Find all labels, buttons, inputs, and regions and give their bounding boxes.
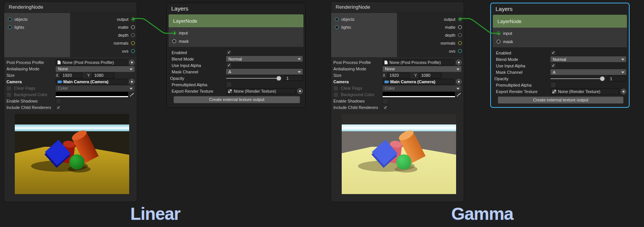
post-process-profile-field[interactable]: None (Post Process Profile) [383,59,454,65]
eyedropper-icon[interactable] [130,92,134,97]
object-picker-icon[interactable] [129,60,134,65]
output-port-matte: matte [397,23,464,31]
export-render-texture-field[interactable]: None (Render Texture) [550,89,619,95]
clear-flags-label: Clear Flags [333,86,383,91]
size-y-field[interactable]: 1080 [92,73,114,78]
antialiasing-mode-dropdown[interactable]: None [56,66,134,72]
antialiasing-mode-dropdown[interactable]: None [383,66,461,72]
uvs-port-icon[interactable] [131,49,135,53]
blend-mode-dropdown[interactable]: Normal [226,56,303,62]
include-child-renderers-checkbox[interactable]: ✓ [383,105,388,110]
use-input-alpha-row: Use Input Alpha ✓ [170,62,303,68]
mask-channel-label: Mask Channel [494,70,550,75]
lights-port-icon[interactable] [335,25,339,29]
opacity-slider-knob[interactable] [277,76,281,81]
object-picker-icon[interactable] [456,79,461,84]
clear-flags-dropdown[interactable]: Color [383,86,461,91]
layer-mask-port-icon[interactable] [497,40,500,44]
enable-shadows-checkbox[interactable] [383,98,388,104]
layer-input-port-row: input [493,29,627,37]
opacity-slider[interactable] [226,78,281,79]
override-checkbox[interactable] [6,92,11,97]
use-input-alpha-checkbox[interactable]: ✓ [226,62,232,68]
uvs-port-icon[interactable] [458,49,462,53]
objects-port-icon[interactable] [335,17,339,21]
lights-port-icon[interactable] [8,25,12,29]
opacity-slider-knob[interactable] [600,76,605,81]
opacity-slider-track[interactable] [226,78,281,79]
premultiplied-alpha-checkbox[interactable] [550,82,556,88]
layer-mask-port-row: mask [493,37,627,46]
blend-mode-dropdown[interactable]: Normal [550,56,626,62]
document-icon [58,61,61,64]
export-render-texture-field[interactable]: None (Render Texture) [226,88,295,94]
override-checkbox[interactable] [333,92,338,97]
use-input-alpha-checkbox[interactable]: ✓ [550,63,556,68]
layer-ports: input mask [493,28,627,47]
background-color-swatch[interactable] [383,92,455,97]
connection-wire [456,13,505,39]
rendering-node-title[interactable]: RenderingNode [4,2,137,13]
premultiplied-alpha-checkbox[interactable] [226,82,232,87]
export-render-texture-value: None (Render Texture) [234,89,276,93]
objects-port-icon[interactable] [8,17,12,21]
size-label: Size [333,73,383,78]
mask-channel-dropdown[interactable]: A [550,69,626,75]
object-picker-icon[interactable] [297,89,303,94]
clear-flags-dropdown[interactable]: Color [56,86,134,91]
include-child-renderers-checkbox[interactable]: ✓ [56,105,61,110]
post-process-profile-row: Post Process Profile None (Post Process … [6,59,134,65]
size-x-field[interactable]: 1920 [60,73,83,78]
object-picker-icon[interactable] [621,89,626,94]
depth-port-label: depth [445,33,455,37]
normals-port-icon[interactable] [131,41,135,45]
layer-node-item[interactable]: LayerNode [493,15,627,28]
normals-port-icon[interactable] [458,41,462,45]
background-color-swatch[interactable] [56,92,128,97]
lights-port-label: lights [14,25,24,30]
output-port-normals: normals [70,39,137,47]
sky-band [342,124,456,131]
opacity-value-field[interactable]: 1 [608,76,626,81]
object-picker-icon[interactable] [129,79,134,84]
camera-field[interactable]: Main Camera (Camera) [383,79,454,85]
mask-channel-label: Mask Channel [170,70,226,74]
output-ports: output matte depth normals uvs [397,13,464,57]
size-y-field[interactable]: 1080 [419,73,441,78]
layer-node-item[interactable]: LayerNode [169,14,303,27]
uvs-port-label: uvs [122,49,128,53]
object-picker-icon[interactable] [456,60,461,65]
rendering-node-title[interactable]: RenderingNode [331,2,464,13]
opacity-slider-track[interactable] [550,78,605,79]
input-port-lights: lights [4,23,70,31]
enable-shadows-checkbox[interactable] [56,98,61,104]
use-input-alpha-label: Use Input Alpha [494,64,550,68]
uvs-port-label: uvs [449,49,455,53]
mask-channel-dropdown[interactable]: A [226,69,303,75]
opacity-slider[interactable] [550,78,605,79]
size-x-field[interactable]: 1920 [387,73,410,78]
camera-field[interactable]: Main Camera (Camera) [56,79,127,85]
size-y-label: Y [414,73,417,78]
override-checkbox[interactable] [333,86,338,91]
enabled-checkbox[interactable]: ✓ [550,50,556,56]
input-ports: objects lights [4,13,70,57]
layer-mask-port-icon[interactable] [172,39,176,43]
camera-value: Main Camera (Camera) [63,79,108,84]
render-preview-image [342,114,456,194]
output-port-label: output [444,17,455,22]
eyedropper-icon[interactable] [456,92,461,97]
create-external-texture-output-button[interactable]: Create external texture output [498,96,624,104]
create-external-texture-output-button[interactable]: Create external texture output [174,96,300,103]
output-port-depth: depth [397,31,464,39]
override-checkbox[interactable] [6,86,11,91]
enabled-checkbox[interactable]: ✓ [226,50,232,55]
size-row: Size X 1920 Y 1080 [333,72,461,78]
layer-mask-port-row: mask [169,37,303,45]
premultiplied-alpha-label: Premultiplied Alpha [170,82,226,87]
post-process-profile-field[interactable]: None (Post Process Profile) [56,59,127,65]
camera-row: Camera Main Camera (Camera) [6,79,134,85]
post-process-profile-label: Post Process Profile [333,60,383,65]
render-texture-icon [552,90,556,93]
opacity-value-field[interactable]: 1 [284,75,303,81]
